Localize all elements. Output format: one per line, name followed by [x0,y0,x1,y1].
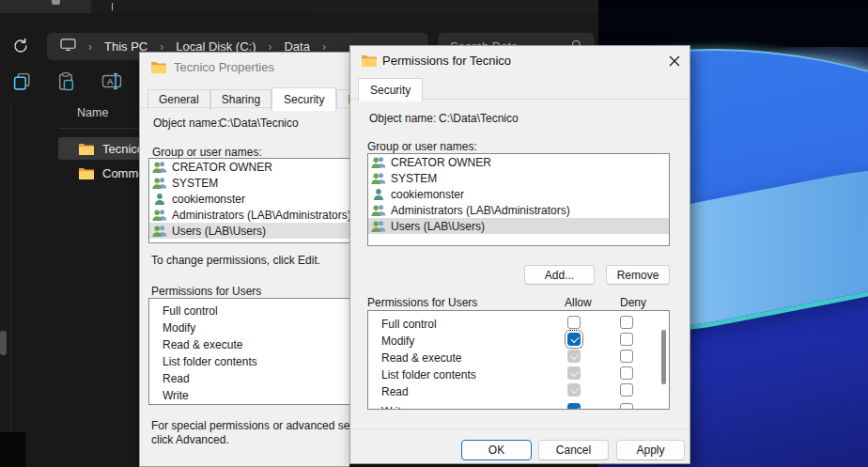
column-header-name[interactable]: Name [77,106,108,119]
allow-checkbox-modify[interactable] [567,333,581,346]
permission-modify: Modify [368,333,414,350]
list-item-label: cookiemonster [391,188,464,201]
deny-checkbox-read-execute[interactable] [620,350,633,363]
permission-read-execute: Read & execute [368,350,461,366]
group-icon [152,177,167,189]
permissions-table: Full control Modify Read & execute List … [367,310,670,410]
dialog-title: Tecnico Properties [174,60,274,74]
scrollbar-thumb[interactable] [661,330,666,384]
list-item-system[interactable]: SYSTEM [149,175,349,191]
remove-button[interactable]: Remove [606,265,670,285]
allow-checkbox-read-execute[interactable] [567,350,581,363]
permission-label: Read [381,385,409,398]
permission-label: Modify [381,335,414,348]
tab-strip-background [0,0,91,13]
copy-icon[interactable] [12,71,32,91]
folder-icon [79,143,94,155]
permission-label: Full control [163,304,218,318]
group-list-label: Group or user names: [367,140,477,153]
list-item-label: Users (LAB\Users) [391,220,485,233]
permission-full-control[interactable]: Full control [149,303,349,319]
close-icon[interactable] [666,53,683,70]
list-item-users[interactable]: Users (LAB\Users) [149,223,349,239]
advanced-hint-line2: click Advanced. [151,433,229,446]
permission-label: List folder contents [381,368,476,381]
permissions-tab-bar: Security [358,78,423,101]
list-item-creator-owner[interactable]: CREATOR OWNER [149,159,349,175]
list-item-system[interactable]: SYSTEM [368,170,669,186]
allow-checkbox-write[interactable] [567,403,581,410]
permission-modify[interactable]: Modify [149,319,349,336]
object-name-label: Object name: [369,112,436,125]
list-item-administrators[interactable]: Administrators (LAB\Administrators) [368,202,669,218]
window-corner-shadow [0,432,25,467]
deny-checkbox-list-folder[interactable] [620,366,633,380]
permission-write: Write [368,403,408,410]
list-item-label: Users (LAB\Users) [172,225,266,238]
permission-read[interactable]: Read [149,370,349,387]
deny-checkbox-full-control[interactable] [620,316,633,329]
list-item-cookiemonster[interactable]: cookiemonster [149,191,349,207]
list-item-label: SYSTEM [172,177,218,190]
explorer-active-tab[interactable] [91,2,310,13]
list-item-creator-owner[interactable]: CREATOR OWNER [368,154,669,170]
group-user-list: CREATOR OWNER SYSTEM cookiemonster Admin… [367,153,670,246]
paste-icon[interactable] [56,71,76,91]
permission-label: Read & execute [381,351,461,365]
group-icon [152,161,167,173]
add-button[interactable]: Add... [524,265,595,285]
folder-icon [151,61,166,73]
allow-checkbox-full-control[interactable] [567,316,581,329]
group-icon [371,172,386,184]
group-icon [371,156,386,168]
refresh-icon[interactable] [12,38,29,54]
permission-label: List folder contents [163,355,257,368]
list-item-cookiemonster[interactable]: cookiemonster [368,186,669,202]
user-icon [152,193,167,205]
list-item-administrators[interactable]: Administrators (LAB\Administrators) [149,207,349,223]
breadcrumb-chevron-icon: › [88,40,92,54]
permission-list-folder[interactable]: List folder contents [149,353,349,370]
tab-security[interactable]: Security [271,87,336,111]
allow-checkbox-read[interactable] [567,383,581,397]
ok-button[interactable]: OK [461,440,532,460]
apply-button[interactable]: Apply [616,440,685,460]
group-user-list: CREATOR OWNER SYSTEM cookiemonster Admin… [148,158,349,243]
object-name-value: C:\Data\Tecnico [219,117,299,130]
permission-label: Read [163,372,190,385]
tab-security[interactable]: Security [358,78,423,101]
permissions-for-tecnico-dialog: Permissions for Tecnico Security Object … [349,45,690,464]
edit-hint-text: To change permissions, click Edit. [151,254,320,267]
advanced-hint-line1: For special permissions or advanced sett… [151,419,349,432]
list-item-users[interactable]: Users (LAB\Users) [368,218,669,234]
navigation-pane-edge: › › › › [0,103,10,467]
permission-read-execute[interactable]: Read & execute [149,336,349,353]
group-icon [152,225,167,237]
list-item-label: Administrators (LAB\Administrators) [391,204,570,217]
list-item-label: CREATOR OWNER [172,161,272,174]
scrollbar-thumb[interactable] [0,331,7,355]
file-name: Tecnico [102,142,144,156]
object-name-value: C:\Data\Tecnico [439,112,519,125]
user-icon [371,188,386,200]
explorer-tab-strip [0,0,598,13]
dialog-title: Permissions for Tecnico [382,54,511,68]
tecnico-properties-dialog: Tecnico Properties GeneralSharingSecurit… [139,52,349,467]
cancel-button[interactable]: Cancel [538,440,609,460]
deny-checkbox-write[interactable] [620,403,633,410]
permission-label: Write [381,405,408,410]
tab-caret-fragment [112,3,113,10]
permission-write[interactable]: Write [149,387,349,404]
object-name-label: Object name: [153,117,220,130]
permission-label: Write [163,389,189,402]
group-icon [371,204,386,216]
allow-checkbox-list-folder[interactable] [567,366,581,380]
pane-divider [10,103,11,467]
deny-checkbox-read[interactable] [620,383,633,397]
permission-label: Full control [381,318,437,331]
permission-label: Read & execute [163,338,242,351]
list-item-label: Administrators (LAB\Administrators) [172,209,349,222]
deny-checkbox-modify[interactable] [620,333,633,346]
rename-icon[interactable]: A [101,71,121,91]
this-pc-icon[interactable] [60,39,76,54]
